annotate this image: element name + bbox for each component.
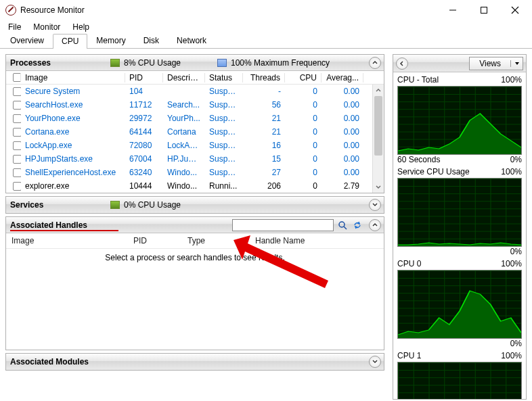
cell-description: LockAp... (163, 141, 205, 150)
processes-title: Processes (10, 58, 105, 68)
right-pane-collapse-button[interactable] (396, 57, 408, 70)
col-cpu[interactable]: CPU (285, 73, 322, 82)
cell-status: Suspe... (205, 114, 243, 123)
associated-handles-panel: Associated Handles Im (5, 216, 384, 350)
processes-table-header: Image PID Descrip... Status Threads CPU … (6, 71, 384, 85)
row-checkbox[interactable] (13, 155, 21, 164)
handles-col-pid[interactable]: PID (133, 236, 187, 245)
minimize-button[interactable] (437, 0, 468, 20)
tab-memory[interactable]: Memory (87, 33, 134, 48)
search-icon[interactable] (336, 219, 349, 231)
cell-cpu: 0 (285, 127, 322, 137)
tab-network[interactable]: Network (168, 33, 215, 48)
process-row[interactable]: Secure System104Suspe...-00.00 (6, 85, 372, 98)
cell-cpu: 0 (285, 141, 322, 150)
process-row[interactable]: SearchHost.exe11712Search...Suspe...5600… (6, 98, 372, 112)
graph-block: Service CPU Usage100%0% (393, 164, 526, 256)
views-button[interactable]: Views (469, 57, 523, 70)
row-checkbox[interactable] (13, 114, 21, 123)
cell-average: 0.00 (322, 168, 363, 177)
modules-header[interactable]: Associated Modules (6, 354, 384, 370)
col-image[interactable]: Image (21, 73, 125, 82)
row-checkbox[interactable] (13, 141, 21, 150)
processes-scrollbar[interactable] (372, 85, 384, 193)
cell-threads: 21 (243, 127, 285, 137)
modules-expand-button[interactable] (369, 356, 381, 368)
menu-monitor[interactable]: Monitor (28, 22, 66, 32)
cell-status: Suspe... (205, 168, 243, 177)
cell-image: SearchHost.exe (21, 100, 125, 110)
cell-threads: 56 (243, 100, 285, 110)
handles-search (232, 219, 363, 231)
cell-image: explorer.exe (21, 181, 125, 191)
cpu-graph (397, 178, 522, 247)
scroll-down-icon[interactable] (373, 181, 384, 193)
process-row[interactable]: HPJumpStarts.exe67004HP.Jum...Suspe...15… (6, 152, 372, 166)
cell-average: 0.00 (322, 154, 363, 164)
menubar: File Monitor Help (0, 20, 532, 34)
cell-pid: 64144 (125, 127, 163, 137)
close-button[interactable] (500, 0, 531, 20)
cell-cpu: 0 (285, 168, 322, 177)
handles-header[interactable]: Associated Handles (6, 217, 384, 233)
scroll-thumb[interactable] (374, 96, 382, 156)
row-checkbox[interactable] (13, 101, 21, 110)
scroll-up-icon[interactable] (373, 85, 384, 96)
handles-collapse-button[interactable] (369, 219, 381, 231)
row-checkbox[interactable] (13, 182, 21, 191)
handles-col-name[interactable]: Handle Name (255, 236, 378, 245)
select-all-checkbox[interactable] (13, 73, 21, 82)
processes-collapse-button[interactable] (369, 57, 381, 69)
cell-description: Windo... (163, 168, 205, 177)
handles-col-image[interactable]: Image (12, 236, 133, 245)
graph-max-label: 100% (501, 259, 522, 268)
services-header[interactable]: Services 0% CPU Usage (6, 197, 384, 213)
cpu-graph (397, 270, 522, 339)
col-pid[interactable]: PID (125, 73, 163, 82)
process-row[interactable]: YourPhone.exe29972YourPh...Suspe...2100.… (6, 112, 372, 125)
cell-image: Secure System (21, 87, 125, 96)
maximize-button[interactable] (468, 0, 500, 20)
main-area: Processes 8% CPU Usage 100% Maximum Freq… (0, 49, 532, 401)
cell-description: Cortana (163, 127, 205, 137)
svg-line-5 (344, 227, 347, 229)
svg-point-4 (339, 222, 345, 227)
processes-header[interactable]: Processes 8% CPU Usage 100% Maximum Freq… (6, 55, 384, 71)
left-pane: Processes 8% CPU Usage 100% Maximum Freq… (5, 54, 384, 400)
refresh-icon[interactable] (351, 219, 363, 231)
menu-help[interactable]: Help (67, 22, 95, 32)
col-description[interactable]: Descrip... (163, 73, 205, 82)
process-row[interactable]: Cortana.exe64144CortanaSuspe...2100.00 (6, 125, 372, 139)
services-title: Services (10, 200, 105, 210)
services-expand-button[interactable] (369, 199, 381, 211)
graph-footer-left: 60 Seconds (397, 155, 440, 164)
handles-search-input[interactable] (232, 219, 334, 231)
handles-columns: Image PID Type Handle Name (6, 233, 384, 249)
row-checkbox[interactable] (13, 168, 21, 177)
tab-disk[interactable]: Disk (135, 33, 168, 48)
tab-overview[interactable]: Overview (1, 33, 53, 48)
svg-marker-6 (515, 62, 519, 65)
handles-col-type[interactable]: Type (187, 236, 255, 245)
cell-average: 0.00 (322, 100, 363, 110)
row-checkbox[interactable] (13, 87, 21, 96)
row-checkbox[interactable] (13, 128, 21, 137)
processes-table: Image PID Descrip... Status Threads CPU … (6, 71, 384, 193)
svg-marker-9 (398, 291, 521, 338)
graph-max-label: 100% (501, 167, 522, 176)
views-dropdown-icon[interactable] (510, 60, 523, 67)
cell-pid: 63240 (125, 168, 163, 177)
col-threads[interactable]: Threads (243, 73, 285, 82)
cell-status: Runni... (205, 181, 243, 191)
handles-title-text: Associated Handles (10, 220, 87, 230)
right-pane: Views CPU - Total100%60 Seconds0%Service… (393, 54, 527, 400)
cpu-usage-swatch-icon (110, 59, 120, 67)
col-average[interactable]: Averag... (322, 73, 363, 82)
process-row[interactable]: LockApp.exe72080LockAp...Suspe...1600.00 (6, 139, 372, 152)
col-status[interactable]: Status (205, 73, 243, 82)
tab-cpu[interactable]: CPU (53, 34, 87, 49)
menu-file[interactable]: File (3, 22, 26, 32)
tab-bar: Overview CPU Memory Disk Network (0, 34, 532, 49)
process-row[interactable]: ShellExperienceHost.exe63240Windo...Susp… (6, 166, 372, 179)
process-row[interactable]: explorer.exe10444Windo...Runni...20602.7… (6, 179, 372, 193)
